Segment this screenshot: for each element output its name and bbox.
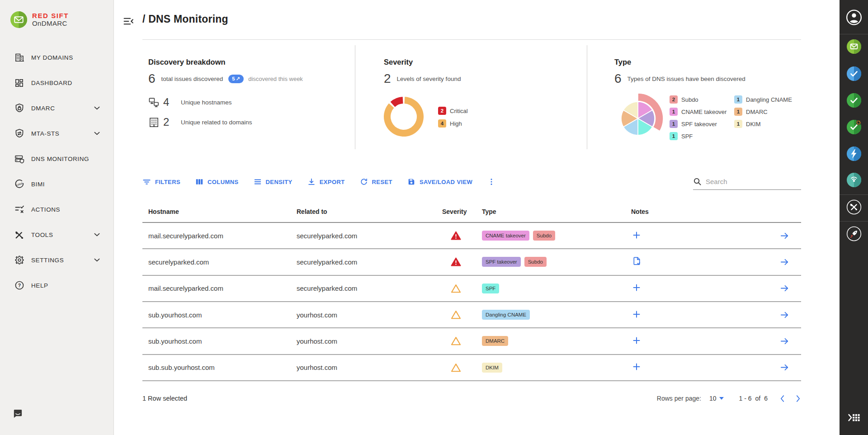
more-options-button[interactable]	[487, 178, 495, 186]
sidebar-item-mta-sts[interactable]: MTA-STS	[0, 121, 113, 146]
sidebar-item-settings[interactable]: SETTINGS	[0, 247, 113, 273]
column-header-type[interactable]: Type	[482, 208, 631, 215]
previous-page-button[interactable]	[780, 395, 784, 402]
cell-hostname: mail.securelyparked.com	[148, 284, 297, 292]
plus-icon	[632, 362, 641, 371]
menu-open-icon[interactable]	[123, 16, 134, 27]
sidebar-item-label: DASHBOARD	[31, 80, 72, 86]
sidebar-item-bimi[interactable]: LOGOBIMI	[0, 171, 113, 197]
cell-hostname: sub.sub.yourhost.com	[148, 364, 297, 371]
warn-high-icon	[451, 284, 461, 293]
svg-text:?: ?	[18, 283, 20, 288]
add-note-button[interactable]	[631, 336, 730, 346]
app-ondmarc-icon[interactable]	[847, 39, 861, 54]
redsift-logo-icon	[10, 11, 27, 28]
rows-per-page-dropdown-icon[interactable]	[719, 397, 724, 400]
columns-button[interactable]: COLUMNS	[195, 178, 239, 186]
sidebar-item-label: BIMI	[31, 181, 45, 188]
sidebar-item-actions[interactable]: ACTIONS	[0, 197, 113, 222]
sidebar-item-help[interactable]: ?HELP	[0, 273, 113, 298]
reset-icon	[360, 178, 368, 186]
type-badge: CNAME takeover	[482, 231, 529, 241]
user-avatar-icon[interactable]	[846, 9, 862, 25]
sidebar-item-dmarc[interactable]: DMARC	[0, 95, 113, 121]
search-input[interactable]	[706, 178, 792, 185]
open-row-button[interactable]	[730, 336, 801, 346]
type-legend-item: 2Subdo	[670, 95, 698, 104]
open-row-button[interactable]	[730, 231, 801, 241]
add-note-button[interactable]	[631, 362, 730, 373]
save-load-view-button[interactable]: SAVE/LOAD VIEW	[407, 178, 472, 186]
sidebar-item-dashboard[interactable]: DASHBOARD	[0, 70, 113, 95]
card-title: Discovery breakdown	[148, 58, 226, 66]
page-title: / DNS Monitoring	[142, 13, 228, 25]
cell-related-to: yourhost.com	[297, 364, 442, 371]
apps-launcher-icon[interactable]	[848, 413, 860, 422]
cell-related-to: yourhost.com	[297, 311, 442, 319]
table-row[interactable]: mail.securelyparked.comsecurelyparked.co…	[142, 223, 801, 249]
severity-donut-chart	[381, 94, 426, 139]
cell-types: SPF takeoverSubdo	[482, 257, 631, 267]
reset-button[interactable]: RESET	[360, 178, 392, 186]
toolbar-button-label: FILTERS	[155, 179, 180, 185]
app-bolt-blue-icon[interactable]	[847, 147, 861, 161]
column-header-severity[interactable]: Severity	[442, 208, 482, 215]
app-radar-teal-icon[interactable]	[847, 173, 861, 187]
cell-related-to: securelyparked.com	[297, 258, 442, 266]
sidebar: RED SIFT OnDMARC MY DOMAINSDASHBOARDDMAR…	[0, 0, 114, 435]
column-header-related-to[interactable]: Related to	[297, 208, 442, 215]
discovery-breakdown-card: Discovery breakdown 6 total issues disco…	[142, 45, 355, 149]
cell-hostname: sub.yourhost.com	[148, 337, 297, 345]
card-title: Type	[614, 58, 631, 66]
view-note-button[interactable]	[631, 256, 730, 267]
export-button[interactable]: EXPORT	[307, 178, 345, 186]
app-tools-icon[interactable]	[846, 199, 862, 215]
chat-bubble-icon[interactable]	[13, 408, 23, 419]
table-row[interactable]: sub.yourhost.comyourhost.comDMARC	[142, 328, 801, 355]
sidebar-item-dns-monitoring[interactable]: DNS MONITORING	[0, 146, 113, 171]
sidebar-item-my-domains[interactable]: MY DOMAINS	[0, 45, 113, 70]
add-note-button[interactable]	[631, 310, 730, 320]
table-row[interactable]: sub.yourhost.comyourhost.comDangling CNA…	[142, 302, 801, 328]
density-button[interactable]: DENSITY	[254, 178, 292, 186]
sidebar-item-tools[interactable]: TOOLS	[0, 222, 113, 247]
app-check-green-gear-icon[interactable]	[847, 120, 861, 134]
app-check-blue-icon[interactable]	[847, 66, 861, 81]
stat-value: 4	[163, 96, 169, 109]
week-badge: 5↗	[228, 75, 244, 83]
app-check-green-icon[interactable]	[847, 93, 861, 108]
legend-count-badge: 1	[734, 108, 742, 116]
issues-table: HostnameRelated toSeverityTypeNotes mail…	[142, 201, 801, 381]
cell-severity-high	[442, 336, 469, 345]
table-header-row: HostnameRelated toSeverityTypeNotes	[142, 201, 801, 223]
open-row-button[interactable]	[730, 363, 801, 372]
column-header-notes[interactable]: Notes	[631, 208, 730, 215]
table-row[interactable]: securelyparked.comsecurelyparked.comSPF …	[142, 249, 801, 275]
legend-count-badge: 4	[438, 119, 446, 128]
arrow-right-icon	[780, 257, 789, 267]
arrow-right-icon	[780, 284, 789, 293]
unique-domains-stat: 2Unique related to domains	[148, 116, 347, 129]
table-row[interactable]: sub.sub.yourhost.comyourhost.comDKIM	[142, 355, 801, 381]
stat-label: Unique hostnames	[181, 99, 232, 106]
filters-button[interactable]: FILTERS	[142, 178, 180, 186]
toolbar-button-label: EXPORT	[320, 179, 345, 185]
app-rocket-icon[interactable]	[846, 226, 862, 241]
rows-per-page-value[interactable]: 10	[709, 395, 717, 402]
column-header-hostname[interactable]: Hostname	[148, 208, 297, 215]
app-switcher-bar	[840, 0, 868, 435]
open-row-button[interactable]	[730, 257, 801, 267]
legend-count-badge: 1	[734, 120, 742, 128]
add-note-button[interactable]	[631, 231, 730, 241]
chevron-down-icon	[91, 132, 103, 135]
severity-count: 2	[384, 71, 391, 86]
arrow-right-icon	[780, 310, 789, 320]
type-legend-item: 1DKIM	[734, 120, 761, 128]
add-note-button[interactable]	[631, 283, 730, 293]
open-row-button[interactable]	[730, 310, 801, 320]
search-icon	[693, 177, 702, 186]
table-row[interactable]: mail.securelyparked.comsecurelyparked.co…	[142, 276, 801, 302]
total-issues-label: total issues discovered	[161, 76, 223, 82]
next-page-button[interactable]	[796, 395, 800, 402]
open-row-button[interactable]	[730, 284, 801, 293]
